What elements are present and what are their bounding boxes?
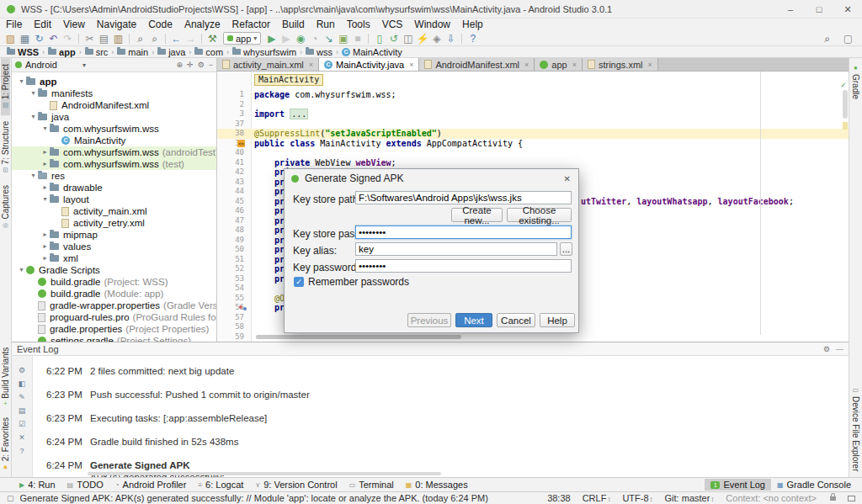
tree-collapsed-icon[interactable]: ▸ [40, 252, 50, 264]
toolwindow-button-terminal[interactable]: ▭Terminal [343, 479, 400, 491]
status-38-38[interactable]: 38:38 [547, 493, 571, 503]
toolwindow-button-1-project[interactable]: ▤1: Project [1, 58, 10, 115]
tree-item-java[interactable]: ▾java [12, 111, 216, 123]
menu-window[interactable]: Window [408, 19, 456, 31]
collapse-all-icon[interactable]: ✛ [187, 61, 194, 69]
tree-collapsed-icon[interactable]: ▸ [40, 229, 50, 241]
tree-item-drawable[interactable]: ▸drawable [12, 182, 216, 194]
event-log-scrollbar[interactable] [88, 472, 441, 475]
tree-item-com-whysurfswim-wss-test[interactable]: ▸com.whysurfswim.wss(test) [12, 158, 216, 170]
help-button[interactable]: Help [540, 313, 575, 327]
menu-analyze[interactable]: Analyze [178, 19, 226, 31]
close-icon[interactable]: ✕ [833, 0, 862, 19]
breadcrumb-java[interactable]: java [156, 47, 187, 57]
sdk-manager-icon[interactable]: ⇩ [444, 32, 458, 45]
replace-icon[interactable]: ⌕ [147, 32, 162, 45]
avd-manager-icon[interactable]: ▯ [372, 32, 386, 45]
menu-view[interactable]: View [57, 19, 91, 31]
toolwindow-toggle-icon[interactable]: ▢ [7, 494, 14, 502]
toolwindow-button-gradle[interactable]: ●Gradle [851, 58, 860, 105]
lock-icon[interactable] [830, 496, 836, 501]
help-icon[interactable]: ? [466, 32, 480, 45]
tree-expanded-icon[interactable]: ▾ [29, 88, 38, 99]
toolwindow-button-4-run[interactable]: ▶4: Run [13, 479, 61, 491]
toolwindow-button-android-profiler[interactable]: ◔Android Profiler [109, 479, 193, 491]
menu-build[interactable]: Build [276, 19, 311, 31]
screen-reader-icon[interactable] [848, 496, 855, 501]
profile-avatar-icon[interactable]: ▢ [841, 32, 855, 45]
save-all-icon[interactable]: ▦ [18, 32, 32, 45]
apply-changes-icon[interactable]: ▶ [279, 32, 293, 45]
balloon-icon[interactable]: ◧ [19, 379, 26, 388]
layout-marker-icon[interactable]: <> [237, 140, 245, 147]
make-project-icon[interactable]: ⚒ [205, 32, 220, 45]
tree-expanded-icon[interactable]: ▾ [17, 264, 26, 276]
choose-existing-button[interactable]: Choose existing... [507, 208, 572, 222]
toolwindow-button-0-messages[interactable]: ▦0: Messages [400, 479, 474, 491]
remember-passwords-checkbox[interactable]: ✓ [294, 277, 304, 287]
profile-icon[interactable]: ◔ [307, 32, 322, 45]
toolwindow-button-6-logcat[interactable]: ≡6: Logcat [192, 479, 249, 491]
project-structure-icon[interactable]: ◈ [429, 32, 444, 45]
tree-expanded-icon[interactable]: ▾ [40, 194, 50, 205]
override-marker-icon[interactable] [239, 305, 247, 311]
next-button[interactable]: Next [455, 313, 492, 327]
clear-icon[interactable]: ✕ [19, 433, 25, 442]
toolwindow-button-device-file-explorer[interactable]: ▭Device File Explorer [851, 380, 860, 477]
editor-tab-mainactivity-java[interactable]: CMainActivity.java× [319, 58, 419, 71]
key-password-input[interactable] [355, 259, 572, 273]
open-icon[interactable]: ▨ [3, 32, 18, 45]
breadcrumb-app[interactable]: app [46, 47, 77, 57]
dialog-close-icon[interactable]: ✕ [556, 174, 578, 183]
breadcrumb-wss[interactable]: WSS [5, 47, 40, 57]
close-tab-icon[interactable]: × [524, 61, 529, 69]
settings-icon[interactable]: ⚙ [19, 366, 25, 374]
search-everywhere-icon[interactable]: ⌕ [820, 32, 834, 45]
tree-item-gradle-properties-project-properties[interactable]: gradle.properties(Project Properties) [12, 323, 216, 335]
tree-item-activity-retry-xml[interactable]: activity_retry.xml [12, 217, 216, 229]
tree-item-gradle-wrapper-properties-gradle-version[interactable]: gradle-wrapper.properties(Gradle Version… [12, 300, 216, 311]
horizontal-scrollbar[interactable] [256, 335, 461, 339]
locate-icon[interactable]: ⊕ [177, 61, 184, 69]
edit-icon[interactable]: ✎ [19, 393, 25, 401]
undo-icon[interactable]: ↶ [46, 32, 61, 45]
toolwindow-button-2-favorites[interactable]: ★2: Favorites [1, 411, 10, 477]
minimize-icon[interactable]: – [776, 0, 805, 19]
toolwindow-button-9-version-control[interactable]: ⋎9: Version Control [249, 479, 343, 491]
status-context-no-context[interactable]: Context: <no context> [726, 493, 817, 503]
instant-run-icon[interactable]: ⚡ [415, 32, 429, 45]
toolwindow-button-7-structure[interactable]: ⊟7: Structure [1, 115, 10, 178]
hide-panel-icon[interactable]: − [209, 61, 213, 69]
toolwindow-button-todo[interactable]: ▤TODO [61, 479, 109, 491]
tree-item-mipmap[interactable]: ▸mipmap [12, 229, 216, 241]
attach-debugger-icon[interactable]: ↘ [322, 32, 336, 45]
back-icon[interactable]: ← [169, 32, 184, 45]
menu-file[interactable]: File [0, 19, 28, 31]
toolwindow-button-build-variants[interactable]: +Build Variants [1, 342, 10, 411]
tree-collapsed-icon[interactable]: ▸ [40, 182, 50, 194]
tree-expanded-icon[interactable]: ▾ [29, 170, 38, 182]
tree-item-xml[interactable]: ▸xml [12, 252, 216, 264]
breadcrumb-src[interactable]: src [83, 47, 110, 57]
cancel-button[interactable]: Cancel [497, 313, 535, 327]
tree-item-settings-gradle-project-settings[interactable]: settings.gradle(Project Settings) [12, 335, 216, 342]
coverage-icon[interactable]: ▣ [336, 32, 350, 45]
create-new-button[interactable]: Create new... [451, 208, 503, 222]
menu-navigate[interactable]: Navigate [91, 19, 142, 31]
toolwindow-button-captures[interactable]: ◎Captures [1, 179, 10, 236]
gradle-sync-icon[interactable]: ↺ [386, 32, 401, 45]
tree-item-androidmanifest-xml[interactable]: AndroidManifest.xml [12, 99, 216, 111]
tree-item-build-gradle-project-wss[interactable]: build.gradle(Project: WSS) [12, 276, 216, 288]
breadcrumb-main[interactable]: main [115, 47, 150, 57]
run-configuration-selector[interactable]: app▾ [223, 32, 261, 45]
tree-expanded-icon[interactable]: ▾ [29, 111, 38, 123]
help-icon[interactable]: ? [19, 447, 24, 455]
key-store-password-input[interactable] [355, 225, 572, 239]
tree-item-values[interactable]: ▸values [12, 241, 216, 252]
tree-collapsed-icon[interactable]: ▸ [40, 146, 50, 158]
toolwindow-button-gradle-console[interactable]: ▦Gradle Console [771, 479, 857, 491]
breadcrumb-wss[interactable]: wss [304, 47, 334, 57]
tree-item-res[interactable]: ▾res [12, 170, 216, 182]
debug-icon[interactable]: ◉ [293, 32, 307, 45]
tree-item-proguard-rules-pro-proguard-rules-for-app[interactable]: proguard-rules.pro(ProGuard Rules for ap… [12, 311, 216, 323]
